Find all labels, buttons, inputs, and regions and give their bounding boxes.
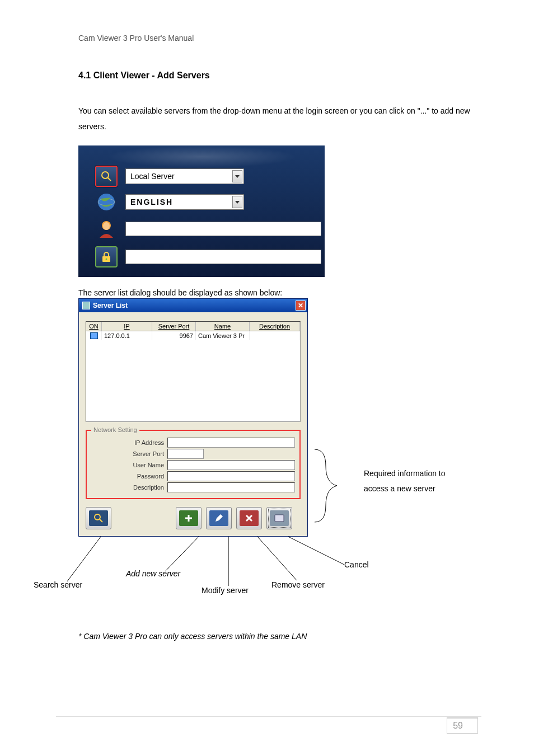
user-icon [95, 218, 118, 240]
remove-server-button[interactable] [236, 507, 262, 529]
login-panel: Local Server ENGLISH [78, 145, 325, 277]
svg-point-7 [106, 259, 107, 260]
lock-icon [95, 246, 118, 267]
col-ip[interactable]: IP [102, 322, 152, 331]
language-dropdown[interactable]: ENGLISH [125, 194, 244, 210]
table-row[interactable]: 127.0.0.1 9967 Cam Viewer 3 Pr [86, 331, 300, 340]
svg-line-19 [288, 537, 344, 565]
label-ip: IP Address [91, 439, 164, 446]
dialog-titlebar: Server List ✕ [79, 299, 307, 312]
globe-icon [95, 191, 118, 213]
svg-point-8 [95, 514, 100, 520]
network-setting-group: Network Setting IP Address Server Port U… [86, 430, 301, 499]
server-dropdown[interactable]: Local Server [125, 168, 244, 184]
brace-icon [309, 447, 359, 525]
input-ip[interactable] [167, 438, 295, 448]
annotation-search-server: Search server [34, 580, 82, 589]
doc-header: Cam Viewer 3 Pro User's Manual [78, 34, 478, 43]
chevron-down-icon[interactable] [232, 170, 242, 182]
search-server-icon-login[interactable] [95, 166, 118, 187]
label-desc: Description [91, 484, 164, 491]
row-port: 9967 [152, 331, 196, 340]
footnote: * Cam Viewer 3 Pro can only access serve… [78, 632, 478, 641]
label-user: User Name [91, 462, 164, 468]
svg-line-1 [107, 177, 111, 181]
modify-server-button[interactable] [206, 507, 232, 529]
group-legend: Network Setting [91, 426, 139, 433]
input-desc[interactable] [167, 482, 295, 492]
search-icon [89, 510, 108, 526]
annotation-remove-server: Remove server [271, 580, 325, 589]
search-server-button[interactable] [86, 507, 111, 529]
label-port: Server Port [91, 450, 164, 457]
input-user[interactable] [167, 460, 295, 470]
username-input[interactable] [125, 222, 321, 236]
server-dropdown-value: Local Server [130, 172, 175, 181]
annotation-cancel: Cancel [344, 560, 369, 569]
svg-rect-14 [275, 515, 284, 522]
server-table[interactable]: ON IP Server Port Name Description 127.0… [86, 321, 301, 422]
col-on[interactable]: ON [86, 322, 102, 331]
input-pass[interactable] [167, 471, 295, 481]
language-dropdown-value: ENGLISH [130, 198, 173, 206]
pencil-icon [209, 510, 228, 526]
row-desc [250, 331, 300, 340]
input-port[interactable] [167, 449, 204, 459]
col-desc[interactable]: Description [250, 322, 300, 331]
row-name: Cam Viewer 3 Pr [196, 331, 250, 340]
svg-point-2 [98, 194, 115, 210]
page-number: 59 [447, 717, 478, 734]
svg-line-15 [67, 537, 101, 581]
svg-line-9 [100, 519, 102, 522]
server-list-dialog: Server List ✕ ON IP Server Port Name Des… [78, 298, 308, 537]
row-ip: 127.0.0.1 [102, 331, 152, 340]
x-icon [240, 510, 259, 526]
cancel-icon [270, 510, 289, 526]
cancel-button[interactable] [266, 507, 292, 529]
svg-line-18 [257, 537, 297, 580]
annotation-required-info: Required information to access a new ser… [364, 466, 470, 496]
annotation-add-server: Add new server [126, 569, 180, 578]
dialog-title-icon [82, 302, 90, 309]
section-title: 4.1 Client Viewer - Add Servers [78, 71, 478, 81]
caption-server-list: The server list dialog should be display… [78, 288, 478, 297]
password-input[interactable] [125, 250, 321, 264]
add-server-button[interactable] [176, 507, 202, 529]
dialog-title: Server List [93, 302, 128, 309]
chevron-down-icon[interactable] [232, 196, 242, 208]
label-pass: Password [91, 473, 164, 480]
svg-point-5 [103, 222, 110, 230]
plus-icon [179, 510, 198, 526]
col-name[interactable]: Name [196, 322, 250, 331]
annotation-modify-server: Modify server [202, 586, 249, 595]
svg-line-16 [165, 537, 199, 571]
close-icon[interactable]: ✕ [296, 300, 306, 311]
monitor-icon [90, 332, 98, 339]
intro-paragraph: You can select available servers from th… [78, 103, 478, 134]
col-port[interactable]: Server Port [152, 322, 196, 331]
